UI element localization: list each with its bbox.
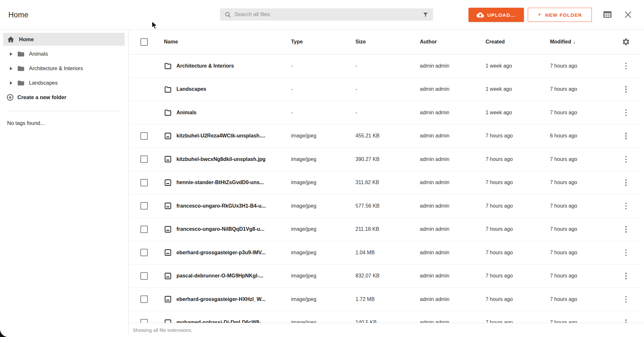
folder-tree: Animals Architecture & Interiors Landsca… (0, 47, 128, 90)
folder-icon (17, 79, 25, 87)
file-author: admin admin (420, 296, 486, 302)
caret-right-icon[interactable] (10, 81, 13, 85)
file-size: - (355, 86, 420, 92)
cloud-upload-icon (477, 11, 484, 19)
file-author: admin admin (420, 273, 486, 279)
table-row[interactable]: Landscapes - - admin admin 1 week ago 7 … (128, 78, 641, 101)
row-menu-button[interactable] (621, 270, 631, 281)
row-menu-button[interactable] (621, 107, 631, 118)
file-manager-modal: Home UPLOAD... + NEW FOLDER (0, 0, 644, 337)
row-checkbox[interactable] (140, 179, 148, 186)
filter-icon[interactable] (422, 12, 429, 18)
row-menu-button[interactable] (621, 130, 631, 141)
column-header-name[interactable]: Name (164, 39, 291, 45)
file-modified: 7 hours ago (550, 296, 611, 302)
row-checkbox[interactable] (140, 272, 148, 280)
grid-view-button[interactable] (602, 10, 612, 19)
row-checkbox[interactable] (140, 202, 148, 210)
row-menu-button[interactable] (621, 84, 631, 95)
file-size: 390.27 KB (355, 156, 420, 162)
image-file-icon (164, 132, 172, 140)
file-type: image/jpeg (291, 226, 355, 232)
image-file-icon (164, 202, 172, 210)
table-row[interactable]: eberhard-grossgasteiger-p3u9-lMV... imag… (128, 241, 641, 265)
column-settings-button[interactable] (622, 38, 630, 46)
image-file-icon (164, 225, 172, 233)
caret-right-icon[interactable] (10, 52, 13, 56)
file-type: image/jpeg (291, 296, 355, 302)
column-header-modified[interactable]: Modified↓ (550, 39, 611, 45)
file-modified: 7 hours ago (550, 203, 611, 209)
create-folder-button[interactable]: Create a new folder (0, 90, 128, 105)
gear-icon (622, 38, 630, 46)
column-header-type[interactable]: Type (291, 39, 355, 45)
file-table: Name Type Size Author Created Modified↓ (128, 30, 644, 337)
row-checkbox[interactable] (140, 249, 148, 256)
table-row[interactable]: francesco-ungaro-RkGUx3H1-B4-u... image/… (128, 194, 641, 218)
sidebar: Home Animals Architecture & Interiors La… (0, 30, 128, 337)
file-type: - (291, 110, 355, 116)
file-type: image/jpeg (291, 273, 355, 279)
folder-icon (164, 85, 172, 93)
table-row[interactable]: pascal-debrunner-O-MG9HpNKgI-... image/j… (128, 265, 641, 288)
row-menu-button[interactable] (621, 294, 631, 305)
create-folder-label: Create a new folder (17, 94, 66, 100)
circle-plus-icon (6, 94, 14, 101)
row-menu-button[interactable] (621, 154, 631, 165)
file-name: eberhard-grossgasteiger-p3u9-lMV... (176, 250, 291, 256)
sidebar-home-label: Home (19, 36, 34, 42)
row-checkbox[interactable] (140, 295, 148, 303)
table-row[interactable]: Animals - - admin admin 1 week ago 7 hou… (128, 101, 641, 125)
row-menu-button[interactable] (621, 201, 631, 211)
file-type: image/jpeg (291, 203, 355, 209)
folder-icon (17, 65, 25, 72)
row-checkbox[interactable] (140, 155, 148, 163)
upload-button[interactable]: UPLOAD... (469, 8, 524, 22)
image-file-icon (164, 248, 172, 257)
file-name: Architecture & Interiors (176, 63, 291, 69)
sidebar-item-home[interactable]: Home (3, 33, 125, 46)
table-row[interactable]: kitzbuhel-bwcxNg8dkiI-unsplash.jpg image… (128, 148, 641, 171)
sidebar-folder-item[interactable]: Animals (0, 47, 128, 61)
file-author: admin admin (420, 203, 486, 209)
column-header-size[interactable]: Size (355, 39, 420, 45)
file-name: kitzbuhel-bwcxNg8dkiI-unsplash.jpg (176, 156, 291, 162)
sidebar-folder-item[interactable]: Architecture & Interiors (0, 61, 128, 76)
folder-icon (17, 50, 25, 58)
folder-icon (164, 108, 172, 117)
home-icon (7, 36, 14, 43)
table-row[interactable]: kitzbuhel-U2Reza4WCtk-unsplash.... image… (128, 125, 641, 148)
row-menu-button[interactable] (621, 177, 631, 188)
table-header: Name Type Size Author Created Modified↓ (128, 30, 641, 54)
column-header-created[interactable]: Created (486, 39, 550, 45)
file-size: 211.18 KB (355, 226, 420, 232)
file-type: image/jpeg (291, 180, 355, 185)
row-menu-button[interactable] (621, 224, 631, 235)
close-button[interactable] (623, 10, 633, 19)
file-author: admin admin (420, 86, 486, 92)
table-row[interactable]: Architecture & Interiors - - admin admin… (128, 54, 641, 78)
file-modified: 7 hours ago (550, 180, 611, 185)
column-header-author[interactable]: Author (420, 39, 486, 45)
file-name: francesco-ungaro-RkGUx3H1-B4-u... (176, 203, 291, 209)
table-row[interactable]: eberhard-grossgasteiger-HXHzI_W... image… (128, 288, 641, 311)
folder-icon (164, 62, 172, 70)
file-name: hennie-stander-BtHtZsGvdD0-uns... (176, 180, 291, 185)
select-all-checkbox[interactable] (140, 38, 148, 46)
sidebar-folder-item[interactable]: Landscapes (0, 76, 128, 90)
row-checkbox[interactable] (140, 226, 148, 233)
file-author: admin admin (420, 133, 486, 139)
search-input[interactable] (234, 11, 422, 18)
caret-right-icon[interactable] (10, 67, 13, 70)
file-type: image/jpeg (291, 156, 355, 162)
file-author: admin admin (420, 63, 486, 69)
new-folder-button[interactable]: + NEW FOLDER (528, 8, 592, 22)
row-checkbox[interactable] (140, 132, 148, 140)
row-menu-button[interactable] (621, 247, 631, 258)
file-type: image/jpeg (291, 250, 355, 256)
row-menu-button[interactable] (621, 61, 631, 71)
file-modified: 7 hours ago (550, 226, 611, 232)
file-created: 1 week ago (486, 63, 550, 69)
table-row[interactable]: francesco-ungaro-NilBQqD1Vg8-u... image/… (128, 218, 641, 241)
table-row[interactable]: hennie-stander-BtHtZsGvdD0-uns... image/… (128, 171, 641, 195)
